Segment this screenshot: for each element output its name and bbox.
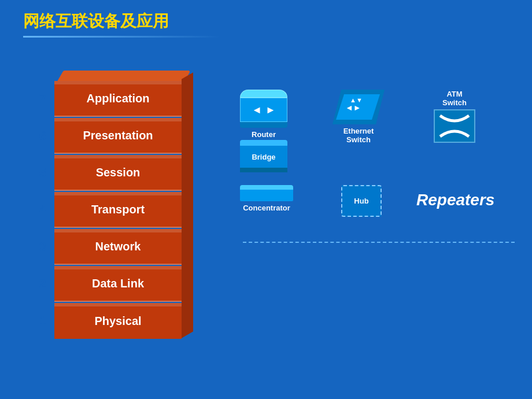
hub-device: Hub xyxy=(341,185,382,217)
router-visual: ◄ ► xyxy=(240,90,287,128)
repeaters-text: Repeaters xyxy=(416,191,494,209)
layer-number-7: 7 xyxy=(29,91,46,106)
router-right-arrow: ► xyxy=(265,104,276,116)
osi-3d-side xyxy=(182,72,193,338)
bridge-device: Bridge xyxy=(240,140,287,172)
hub-label: Hub xyxy=(354,197,368,205)
ethernet-switch-label: Ethernet Switch xyxy=(343,127,374,144)
dashed-separator xyxy=(243,242,515,243)
title-section: 网络互联设备及应用 xyxy=(23,10,220,38)
layer-network: Network xyxy=(54,229,182,265)
router-left-arrow: ◄ xyxy=(252,104,262,116)
osi-stack: 7 Application 6 Presentation 5 Session 4 xyxy=(29,81,182,340)
layer-number-5: 5 xyxy=(29,165,46,180)
router-shape: ◄ ► xyxy=(240,90,287,128)
bridge-body: Bridge xyxy=(240,146,287,168)
layer-number-6: 6 xyxy=(29,128,46,143)
osi-row-5: 5 Session xyxy=(29,155,182,191)
osi-row-7: 7 Application xyxy=(29,81,182,117)
layer-number-2: 2 xyxy=(29,276,46,291)
bridge-label: Bridge xyxy=(252,153,275,161)
osi-row-4: 4 Transport xyxy=(29,192,182,228)
layer-datalink: Data Link xyxy=(54,266,182,302)
hub-visual: Hub xyxy=(341,185,382,217)
router-label: Router xyxy=(252,130,276,139)
osi-row-1: 1 Physical xyxy=(29,303,182,339)
layer-transport: Transport xyxy=(54,192,182,228)
concentrator-visual xyxy=(240,185,293,201)
page-title: 网络互联设备及应用 xyxy=(23,10,220,32)
layer-application: Application xyxy=(54,81,182,117)
svg-text:▲▼: ▲▼ xyxy=(350,97,363,104)
router-top xyxy=(240,90,287,98)
ethernet-switch-device: ◄► ▲▼ Ethernet Switch xyxy=(332,90,385,144)
ethernet-switch-visual: ◄► ▲▼ xyxy=(332,90,385,124)
atm-switch-label-top: ATM Switch xyxy=(442,90,467,107)
concentrator-top xyxy=(240,185,293,190)
layer-number-1: 1 xyxy=(29,313,46,328)
title-underline xyxy=(23,36,220,38)
osi-3d-top xyxy=(57,71,191,82)
layer-number-3: 3 xyxy=(29,239,46,254)
osi-row-6: 6 Presentation xyxy=(29,118,182,154)
osi-stack-3d: 7 Application 6 Presentation 5 Session 4 xyxy=(29,81,182,340)
layer-presentation: Presentation xyxy=(54,118,182,154)
router-device: ◄ ► Router xyxy=(240,90,287,139)
router-bottom xyxy=(240,122,287,128)
osi-row-3: 3 Network xyxy=(29,229,182,265)
osi-row-2: 2 Data Link xyxy=(29,266,182,302)
router-body: ◄ ► xyxy=(240,98,287,122)
router-bridge-group: ◄ ► Router Bridge xyxy=(240,90,287,172)
layer-physical: Physical xyxy=(54,303,182,339)
svg-text:◄►: ◄► xyxy=(345,103,361,112)
atm-switch-visual xyxy=(434,109,475,143)
atm-switch-device: ATM Switch xyxy=(434,90,475,143)
concentrator-label: Concentrator xyxy=(243,204,290,212)
bridge-bottom xyxy=(240,168,287,172)
bridge-top-face xyxy=(240,140,287,146)
atm-x-icon xyxy=(437,113,472,139)
ethernet-switch-svg: ◄► ▲▼ xyxy=(332,90,385,124)
concentrator-body xyxy=(240,190,293,201)
layer-number-4: 4 xyxy=(29,202,46,217)
repeaters-label: Repeaters xyxy=(416,191,494,209)
concentrator-device: Concentrator xyxy=(240,185,293,212)
bridge-visual: Bridge xyxy=(240,140,287,172)
layer-session: Session xyxy=(54,155,182,191)
